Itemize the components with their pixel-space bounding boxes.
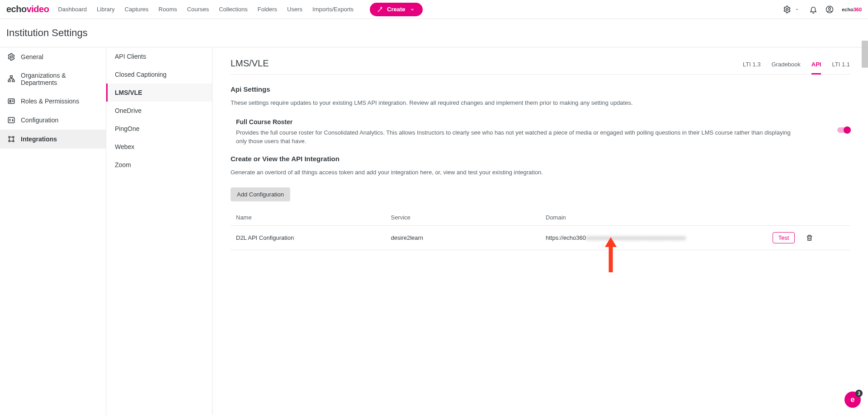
nav-courses[interactable]: Courses [187,6,209,13]
page-title-bar: Institution Settings [0,19,868,47]
nav-collections[interactable]: Collections [219,6,248,13]
org-tree-icon [7,75,15,83]
user-account-icon[interactable] [826,5,834,14]
sidebar-item-configuration[interactable]: Configuration [0,111,106,130]
chevron-down-icon [408,5,416,14]
sidebar-item-label: Roles & Permissions [21,98,79,105]
sidebar-item-label: General [21,53,43,61]
nav-library[interactable]: Library [97,6,115,13]
sidebar-item-label: Configuration [21,117,58,124]
sidebar-item-general[interactable]: General [0,47,106,66]
content-title: LMS/VLE [231,58,269,69]
col-service: Service [386,210,541,226]
topbar-right: echo360 [783,5,862,14]
test-button[interactable]: Test [773,232,795,243]
create-button-label: Create [387,6,405,13]
page-title: Institution Settings [6,27,862,39]
svg-rect-9 [8,117,14,123]
row-name: D2L API Configuration [231,226,386,250]
help-glyph: e [851,396,855,404]
brand-logo[interactable]: echovideo [6,4,49,14]
content-tabs: LTI 1.3 Gradebook API LTI 1.1 [743,61,850,69]
nav-rooms[interactable]: Rooms [159,6,177,13]
api-settings-heading: Api Settings [231,85,850,93]
nav-links: Dashboard Library Captures Rooms Courses… [58,3,422,16]
roster-toggle-wrap [837,127,850,133]
row-service: desire2learn [386,226,541,250]
roster-desc: Provides the full course roster for Cons… [236,128,850,146]
nav-users[interactable]: Users [287,6,302,13]
sidebar2-zoom[interactable]: Zoom [106,156,212,174]
svg-point-8 [9,100,11,102]
svg-point-0 [786,8,788,10]
sidebar2-lms-vle[interactable]: LMS/VLE [106,84,212,102]
sidebar-item-label: Organizations & Departments [21,72,99,86]
roster-subsection: Full Course Roster Provides the full cou… [236,118,850,146]
svg-point-10 [9,136,10,138]
add-configuration-button[interactable]: Add Configuration [231,187,290,201]
sidebar-item-integrations[interactable]: Integrations [0,130,106,149]
brand-part1: echo [6,4,27,14]
sidebar2-webex[interactable]: Webex [106,138,212,156]
svg-point-3 [10,56,13,58]
svg-point-11 [13,136,14,138]
sidebar-item-roles[interactable]: Roles & Permissions [0,92,106,111]
integrations-sidebar: API Clients Closed Captioning LMS/VLE On… [106,47,212,415]
nav-imports-exports[interactable]: Imports/Exports [312,6,354,13]
settings-sidebar: General Organizations & Departments Role… [0,47,106,415]
svg-point-2 [829,7,831,9]
integrations-icon [7,135,15,143]
sidebar2-onedrive[interactable]: OneDrive [106,102,212,120]
svg-point-13 [13,140,14,142]
api-settings-desc: These settings require updates to your e… [231,98,850,107]
col-domain: Domain [540,210,738,226]
nav-folders[interactable]: Folders [258,6,277,13]
roster-heading: Full Course Roster [236,118,850,126]
tab-lti13[interactable]: LTI 1.3 [743,61,761,75]
col-name: Name [231,210,386,226]
scrollbar[interactable] [862,41,868,68]
sidebar2-api-clients[interactable]: API Clients [106,47,212,65]
toggle-knob [844,126,851,134]
sidebar-item-label: Integrations [21,135,57,143]
sidebar2-closed-captioning[interactable]: Closed Captioning [106,65,212,84]
gear-icon [7,53,15,61]
integration-table: Name Service Domain D2L API Configuratio… [231,210,850,250]
nav-dashboard[interactable]: Dashboard [58,6,87,13]
content-header: LMS/VLE LTI 1.3 Gradebook API LTI 1.1 [231,58,850,75]
id-card-icon [7,97,15,105]
sidebar-item-orgs[interactable]: Organizations & Departments [0,66,106,92]
nav-captures[interactable]: Captures [125,6,149,13]
row-domain: https://echo360xxxxxxxxxxxxxxxxxxxxxxxxx… [540,226,738,250]
sliders-icon [7,116,15,124]
chevron-down-small-icon[interactable] [793,5,801,14]
tab-api[interactable]: API [811,61,821,75]
create-view-heading: Create or View the API Integration [231,155,850,163]
svg-point-12 [9,140,10,142]
table-row: D2L API Configuration desire2learn https… [231,226,850,250]
create-button[interactable]: Create [370,3,422,16]
content-area: LMS/VLE LTI 1.3 Gradebook API LTI 1.1 Ap… [212,47,868,415]
svg-rect-5 [8,80,10,82]
top-navbar: echovideo Dashboard Library Captures Roo… [0,0,868,19]
mini-brand-logo[interactable]: echo360 [842,7,862,12]
roster-toggle[interactable] [837,127,850,133]
brand-part2: video [27,4,49,14]
tab-gradebook[interactable]: Gradebook [771,61,800,75]
svg-rect-6 [12,80,14,82]
svg-rect-4 [10,76,13,78]
trash-icon[interactable] [806,234,844,242]
help-widget[interactable]: e 3 [844,392,861,408]
tab-lti11[interactable]: LTI 1.1 [832,61,850,75]
settings-gear-icon[interactable] [783,5,791,14]
create-view-desc: Generate an overlord of all things acces… [231,168,850,177]
bell-icon[interactable] [809,5,817,14]
help-badge-count: 3 [855,390,863,397]
sidebar2-pingone[interactable]: PingOne [106,120,212,138]
magic-wand-icon [376,5,384,14]
main-layout: General Organizations & Departments Role… [0,47,868,415]
